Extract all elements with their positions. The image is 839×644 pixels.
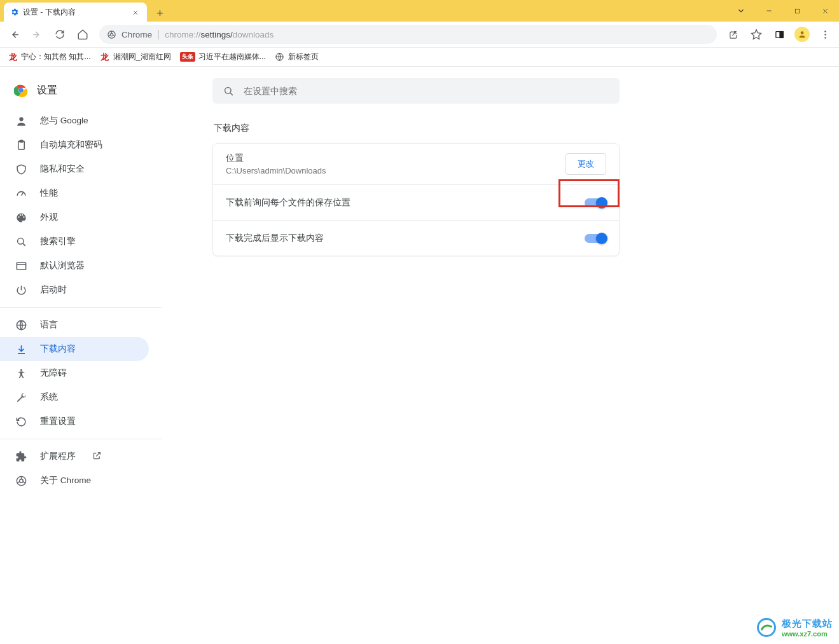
sidebar-item-label: 搜索引擎 (40, 236, 76, 247)
forward-button[interactable] (27, 24, 47, 45)
settings-search[interactable] (212, 78, 620, 104)
show-label: 下载完成后显示下载内容 (226, 233, 324, 244)
share-icon[interactable] (723, 24, 744, 45)
shield-icon (15, 163, 27, 175)
menu-button[interactable] (815, 24, 835, 45)
bookmarks-bar: 龙 宁心：知其然 知其... 龙 湘潮网_湖南红网 头条 习近平在越南媒体...… (0, 48, 839, 67)
sidebar-item-reset[interactable]: 重置设置 (0, 409, 149, 434)
sidebar-item-search-engine[interactable]: 搜索引擎 (0, 230, 149, 254)
download-icon (15, 343, 27, 355)
omnibox-separator: | (157, 29, 160, 40)
palette-icon (15, 212, 27, 224)
svg-point-16 (18, 238, 24, 244)
toggle-knob (596, 233, 607, 244)
close-window-button[interactable] (811, 0, 839, 22)
location-label: 位置 (226, 153, 326, 164)
minimize-button[interactable] (755, 0, 783, 22)
sidebar-item-label: 重置设置 (40, 416, 76, 427)
search-input[interactable] (244, 86, 609, 96)
svg-point-6 (824, 31, 826, 32)
new-tab-button[interactable] (151, 4, 169, 22)
bookmark-label: 宁心：知其然 知其... (21, 51, 91, 62)
bookmark-label: 习近平在越南媒体... (198, 51, 266, 62)
address-bar[interactable]: Chrome | chrome://settings/downloads (99, 25, 717, 44)
sidebar-item-default-browser[interactable]: 默认浏览器 (0, 254, 149, 278)
favicon: 龙 (8, 52, 18, 62)
sidebar-item-you-and-google[interactable]: 您与 Google (0, 109, 149, 133)
side-panel-icon[interactable] (769, 24, 789, 45)
toggle-knob (596, 197, 607, 209)
ask-label: 下载前询问每个文件的保存位置 (226, 197, 350, 209)
sidebar-item-accessibility[interactable]: 无障碍 (0, 361, 149, 385)
browser-tab[interactable]: 设置 - 下载内容 (4, 3, 147, 22)
gauge-icon (15, 188, 27, 200)
sidebar-item-label: 默认浏览器 (40, 260, 85, 271)
bookmark-item[interactable]: 龙 宁心：知其然 知其... (8, 51, 91, 62)
toolbar: Chrome | chrome://settings/downloads (0, 22, 839, 48)
show-after-download-row: 下载完成后显示下载内容 (213, 220, 619, 256)
sidebar-item-privacy[interactable]: 隐私和安全 (0, 157, 149, 181)
app-title-text: 设置 (37, 84, 57, 97)
sidebar-item-label: 外观 (40, 212, 58, 223)
wrench-icon (15, 392, 27, 404)
show-toggle[interactable] (585, 234, 606, 243)
watermark: 极光下载站 www.xz7.com (755, 616, 833, 639)
globe-icon (275, 52, 285, 62)
svg-rect-4 (780, 31, 783, 38)
app-title: 设置 (0, 72, 162, 109)
svg-point-21 (20, 479, 24, 483)
reload-button[interactable] (50, 24, 70, 45)
ask-before-download-row: 下载前询问每个文件的保存位置 (213, 184, 619, 220)
star-icon[interactable] (746, 24, 766, 45)
change-button[interactable]: 更改 (565, 153, 606, 175)
tab-title: 设置 - 下载内容 (23, 7, 128, 18)
chrome-icon (15, 475, 27, 487)
sidebar-item-label: 自动填充和密码 (40, 139, 102, 151)
ask-toggle[interactable] (585, 198, 606, 207)
main-content: 下载内容 位置 C:\Users\admin\Downloads 更改 下载前询… (162, 67, 839, 644)
profile-avatar[interactable] (794, 27, 810, 42)
sidebar-item-on-startup[interactable]: 启动时 (0, 278, 149, 302)
sidebar-item-label: 语言 (40, 319, 58, 331)
sidebar-item-label: 无障碍 (40, 367, 67, 379)
svg-rect-17 (17, 262, 25, 269)
sidebar-item-extensions[interactable]: 扩展程序 (0, 444, 162, 469)
search-icon (223, 85, 235, 97)
chrome-logo-icon (14, 83, 28, 97)
watermark-logo-icon (755, 616, 778, 639)
sidebar-item-label: 扩展程序 (40, 451, 76, 462)
sidebar-item-performance[interactable]: 性能 (0, 181, 149, 205)
svg-point-5 (801, 31, 804, 34)
chevron-down-icon[interactable] (727, 0, 755, 22)
person-icon (15, 115, 27, 127)
sidebar-item-system[interactable]: 系统 (0, 385, 149, 409)
bookmark-item[interactable]: 龙 湘潮网_湖南红网 (100, 51, 171, 62)
sidebar-item-label: 隐私和安全 (40, 163, 85, 175)
gear-icon (10, 8, 19, 17)
svg-point-7 (824, 34, 826, 36)
home-button[interactable] (73, 24, 93, 45)
sidebar-item-autofill[interactable]: 自动填充和密码 (0, 133, 149, 157)
sidebar-item-about[interactable]: 关于 Chrome (0, 469, 162, 493)
sidebar-item-label: 关于 Chrome (40, 475, 91, 486)
sidebar: 设置 您与 Google 自动填充和密码 隐私和安全 性能 外观 搜索引擎 (0, 67, 162, 644)
restore-icon (15, 416, 27, 428)
location-path: C:\Users\admin\Downloads (226, 166, 326, 175)
svg-point-22 (225, 87, 232, 93)
person-icon (798, 30, 807, 39)
back-button[interactable] (4, 24, 24, 45)
bookmark-item[interactable]: 头条 习近平在越南媒体... (180, 51, 266, 62)
bookmark-item[interactable]: 新标签页 (275, 51, 319, 62)
window-controls (727, 0, 839, 22)
sidebar-divider (0, 439, 162, 439)
close-icon[interactable] (132, 8, 141, 17)
power-icon (15, 284, 27, 296)
sidebar-item-appearance[interactable]: 外观 (0, 205, 149, 230)
favicon: 龙 (100, 52, 110, 62)
sidebar-item-downloads[interactable]: 下载内容 (0, 337, 149, 361)
sidebar-item-label: 启动时 (40, 284, 67, 296)
svg-rect-0 (795, 9, 799, 13)
sidebar-item-languages[interactable]: 语言 (0, 313, 149, 337)
maximize-button[interactable] (783, 0, 811, 22)
svg-rect-15 (20, 140, 23, 142)
